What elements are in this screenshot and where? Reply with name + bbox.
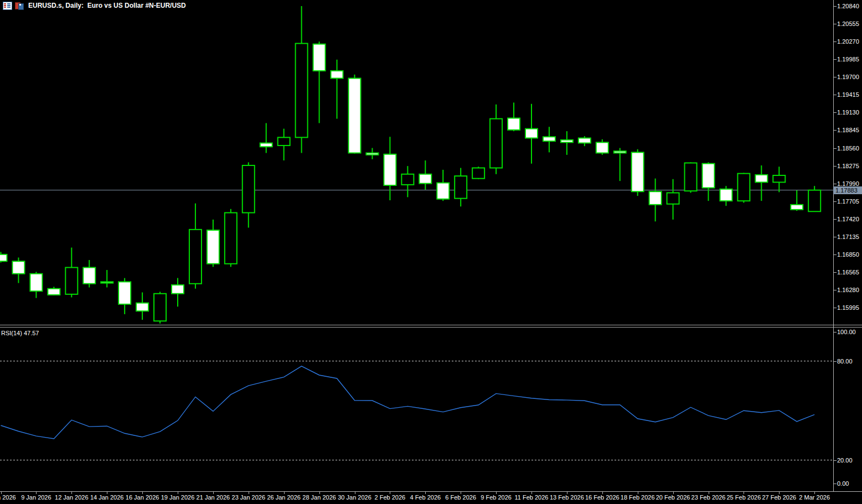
- rsi-indicator-label: RSI(14) 47.57: [1, 330, 39, 336]
- bear-candle-body[interactable]: [172, 285, 184, 294]
- rsi-axis-tick: [833, 484, 837, 484]
- bear-candle-body[interactable]: [101, 282, 113, 283]
- bear-candle-body[interactable]: [48, 289, 60, 295]
- price-axis-label: 1.17705: [837, 198, 859, 205]
- price-axis-tick: [833, 59, 837, 60]
- price-axis-line: [833, 0, 834, 491]
- price-axis-tick: [833, 112, 837, 113]
- chart-windows-icon: [15, 2, 23, 9]
- price-axis-tick: [833, 166, 837, 167]
- price-axis-tick: [833, 41, 837, 42]
- bear-candle-body[interactable]: [419, 174, 431, 184]
- time-axis-label: 2 Mar 2026: [792, 494, 837, 501]
- terminal-chart-window: EURUSD.s, Daily: Euro vs US Dollar #N-EU…: [0, 0, 862, 504]
- rsi-axis-label: 0.00: [837, 480, 849, 487]
- bull-candle-body[interactable]: [278, 137, 290, 146]
- price-axis-label: 1.17135: [837, 233, 859, 240]
- price-axis-tick: [833, 130, 837, 131]
- bear-candle-body[interactable]: [649, 191, 662, 205]
- bear-candle-body[interactable]: [755, 175, 767, 182]
- price-axis-tick: [833, 201, 837, 202]
- price-axis-tick: [833, 148, 837, 149]
- bear-candle-body[interactable]: [118, 282, 131, 304]
- bear-candle-body[interactable]: [437, 183, 449, 199]
- bear-candle-body[interactable]: [12, 261, 24, 273]
- price-axis-label: 1.19130: [837, 109, 859, 116]
- bull-candle-body[interactable]: [685, 163, 697, 191]
- bear-candle-body[interactable]: [136, 303, 148, 311]
- rsi-axis-label: 100.00: [837, 329, 856, 335]
- bear-candle-body[interactable]: [579, 138, 591, 143]
- bear-candle-body[interactable]: [207, 230, 219, 264]
- price-axis-label: 1.19415: [837, 91, 859, 98]
- price-axis-tick: [833, 77, 837, 77]
- price-axis-tick: [833, 24, 837, 24]
- price-axis-label: 1.20555: [837, 20, 859, 27]
- price-axis-label: 1.18560: [837, 145, 859, 152]
- bear-candle-body[interactable]: [30, 274, 42, 291]
- price-axis-tick: [833, 184, 837, 184]
- chart-title: EURUSD.s, Daily: Euro vs US Dollar #N-EU…: [28, 2, 186, 9]
- bear-candle-body[interactable]: [508, 118, 520, 130]
- bear-candle-body[interactable]: [791, 205, 803, 210]
- bull-candle-body[interactable]: [296, 44, 308, 138]
- bear-candle-body[interactable]: [720, 189, 732, 201]
- candlestick-chart[interactable]: [0, 0, 835, 325]
- price-axis-tick: [833, 308, 837, 308]
- bear-candle-body[interactable]: [525, 129, 538, 138]
- bull-candle-body[interactable]: [773, 175, 785, 182]
- price-axis-label: 1.17420: [837, 216, 859, 222]
- rsi-indicator-chart[interactable]: [0, 328, 835, 490]
- bear-candle-body[interactable]: [596, 142, 608, 153]
- bull-candle-body[interactable]: [808, 190, 820, 212]
- bull-candle-body[interactable]: [472, 168, 484, 179]
- price-axis-label: 1.16850: [837, 251, 859, 258]
- rsi-axis-tick: [833, 460, 837, 461]
- price-axis-label: 1.18845: [837, 127, 859, 133]
- bull-candle-body[interactable]: [737, 174, 750, 201]
- price-axis-label: 1.20270: [837, 38, 859, 45]
- bull-candle-body[interactable]: [455, 176, 467, 198]
- bear-candle-body[interactable]: [614, 151, 626, 153]
- price-axis-label: 1.15995: [837, 304, 859, 311]
- bear-candle-body[interactable]: [366, 153, 378, 155]
- price-axis-label: 1.20840: [837, 3, 859, 9]
- rsi-line: [1, 366, 815, 439]
- price-axis-tick: [833, 219, 837, 220]
- chart-header: EURUSD.s, Daily: Euro vs US Dollar #N-EU…: [0, 0, 186, 11]
- bear-candle-body[interactable]: [260, 143, 272, 147]
- report-list-icon: [3, 2, 12, 10]
- bull-candle-body[interactable]: [225, 213, 237, 264]
- price-axis-tick: [833, 272, 837, 273]
- price-axis-label: 1.16565: [837, 269, 859, 276]
- bear-candle-body[interactable]: [384, 154, 396, 185]
- price-axis-label: 1.18275: [837, 163, 859, 169]
- bull-candle-body[interactable]: [65, 267, 78, 294]
- bull-candle-body[interactable]: [154, 294, 166, 321]
- bear-candle-body[interactable]: [349, 79, 361, 153]
- rsi-axis-label: 80.00: [837, 358, 853, 365]
- bull-candle-body[interactable]: [490, 119, 502, 168]
- rsi-axis-tick: [833, 361, 837, 362]
- bull-candle-body[interactable]: [667, 193, 679, 204]
- bull-candle-body[interactable]: [189, 230, 202, 284]
- bear-candle-body[interactable]: [703, 164, 715, 188]
- price-axis-tick: [833, 254, 837, 255]
- bear-candle-body[interactable]: [543, 137, 555, 141]
- bear-candle-body[interactable]: [632, 152, 644, 191]
- panel-divider[interactable]: [0, 325, 862, 328]
- bear-candle-body[interactable]: [561, 140, 573, 142]
- price-axis-tick: [833, 6, 837, 7]
- current-price-tag: 1.17883: [833, 186, 862, 194]
- price-axis-label: 1.19985: [837, 56, 859, 63]
- time-axis-line: [0, 491, 862, 492]
- bull-candle-body[interactable]: [401, 174, 414, 185]
- bear-candle-body[interactable]: [83, 267, 95, 283]
- price-axis-tick: [833, 95, 837, 95]
- bull-candle-body[interactable]: [242, 165, 255, 212]
- bear-candle-body[interactable]: [313, 44, 326, 71]
- price-axis-label: 1.19700: [837, 74, 859, 80]
- price-axis-label: 1.16280: [837, 287, 859, 293]
- bear-candle-body[interactable]: [331, 71, 343, 78]
- bear-candle-body[interactable]: [0, 254, 7, 261]
